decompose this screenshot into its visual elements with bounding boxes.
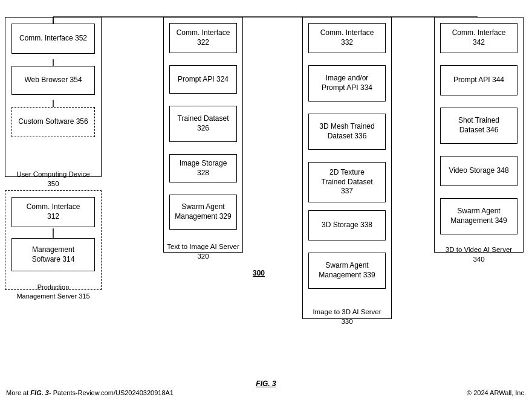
diagram-number-300: 300 (253, 269, 265, 277)
text-to-image-server-label: Text to Image AI Server320 (160, 242, 246, 261)
footer: More at FIG. 3- Patents-Review.com/US202… (6, 389, 526, 396)
comm-interface-312: Comm. Interface312 (11, 197, 95, 227)
footer-right: © 2024 ARWall, Inc. (467, 389, 526, 396)
video-storage-348: Video Storage 348 (440, 156, 517, 186)
comm-interface-322: Comm. Interface322 (169, 23, 237, 53)
prompt-api-344: Prompt API 344 (440, 65, 517, 95)
production-management-server-container: Comm. Interface312 ManagementSoftware 31… (5, 190, 102, 290)
footer-left: More at FIG. 3- Patents-Review.com/US202… (6, 389, 174, 396)
swarm-agent-mgmt-339: Swarm AgentManagement 339 (308, 253, 386, 289)
custom-software-356: Custom Software 356 (11, 107, 95, 137)
shot-trained-dataset-346: Shot TrainedDataset 346 (440, 108, 517, 144)
2d-texture-trained-dataset-337: 2D TextureTrained Dataset337 (308, 162, 386, 202)
web-browser-354: Web Browser 354 (11, 66, 95, 95)
image-prompt-api-334: Image and/orPrompt API 334 (308, 65, 386, 102)
diagram: Comm. Interface 352 Web Browser 354 Cust… (0, 6, 532, 382)
fig-label-inline: FIG. 3 (30, 389, 49, 396)
fig-label-main: FIG. 3 (256, 379, 276, 388)
image-to-3d-server-label: Image to 3D AI Server330 (302, 307, 392, 326)
production-management-server-label: ProductionManagement Server 315 (5, 283, 102, 302)
management-software-314: ManagementSoftware 314 (11, 238, 95, 271)
trained-dataset-326: Trained Dataset326 (169, 106, 237, 142)
swarm-agent-mgmt-349: Swarm AgentManagement 349 (440, 198, 517, 234)
swarm-agent-mgmt-329: Swarm AgentManagement 329 (169, 195, 237, 230)
comm-interface-352: Comm. Interface 352 (11, 24, 95, 54)
comm-interface-332: Comm. Interface332 (308, 23, 386, 53)
image-storage-328: Image Storage 328 (169, 154, 237, 182)
3d-to-video-server-label: 3D to Video AI Server340 (434, 245, 524, 264)
3d-mesh-trained-dataset-336: 3D Mesh TrainedDataset 336 (308, 114, 386, 150)
user-computing-device-container: Comm. Interface 352 Web Browser 354 Cust… (5, 17, 102, 177)
prompt-api-324: Prompt API 324 (169, 65, 237, 94)
3d-storage-338: 3D Storage 338 (308, 210, 386, 240)
comm-interface-342: Comm. Interface342 (440, 23, 517, 53)
user-computing-device-label: User Computing Device350 (5, 169, 102, 189)
